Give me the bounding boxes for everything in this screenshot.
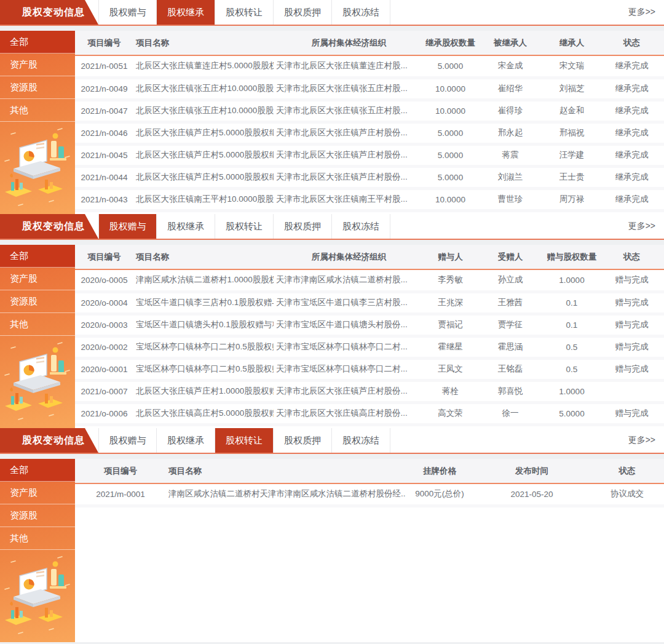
tab-股权质押[interactable]: 股权质押 [274,214,332,239]
records-table-wrap: 项目编号项目名称所属村集体经济组织赠与人受赠人赠与股权数量状态2020/o-00… [75,245,664,428]
tab-股权冻结[interactable]: 股权冻结 [332,214,390,239]
sidebar-item-资源股[interactable]: 资源股 [0,290,75,313]
equity-change-panel-gift: 股权变动信息 股权赠与股权继承股权转让股权质押股权冻结 更多>> 全部资产股资源… [0,214,664,428]
tab-股权继承[interactable]: 股权继承 [157,428,215,453]
cell: 2021/n-0051 [75,55,133,78]
cell: 王雅茜 [476,292,544,314]
cell: 9000元(总价) [406,483,473,506]
tab-股权继承[interactable]: 股权继承 [157,0,215,25]
tab-股权转让[interactable]: 股权转让 [215,214,274,239]
sidebar-item-全部[interactable]: 全部 [0,31,75,54]
sidebar-item-其他[interactable]: 其他 [0,99,75,122]
table-row[interactable]: 2021/o-0007北辰区大张庄镇芦庄村1.0000股股权赠与...天津市北辰… [75,380,664,402]
sidebar-item-资源股[interactable]: 资源股 [0,76,75,99]
table-row[interactable]: 2021/n-0043北辰区大张庄镇南王平村10.0000股股权继...天津市北… [75,188,664,210]
cell: 继承完成 [599,100,664,122]
table-row[interactable]: 2021/n-0045北辰区大张庄镇芦庄村5.0000股股权继承...天津市北辰… [75,144,664,166]
cell: 赠与完成 [599,402,664,424]
cell: 5.0000 [424,166,476,188]
cell: 北辰区大张庄镇芦庄村5.0000股股权继承... [133,166,274,188]
cell: 霍继星 [424,336,476,358]
panel-body: 全部资产股资源股其他 项目编号项目名称所属村集体经济组织赠与人受赠人赠与股权数量… [0,245,664,428]
sidebar-item-资源股[interactable]: 资源股 [0,504,75,527]
tab-股权质押[interactable]: 股权质押 [274,428,332,453]
cell: 1.0000 [544,269,599,292]
table-row[interactable]: 2021/o-0006北辰区大张庄镇高庄村5.0000股股权赠与...天津市北辰… [75,402,664,424]
more-link[interactable]: 更多>> [628,214,664,239]
cell: 5.0000 [424,144,476,166]
column-header-继承股权数量: 继承股权数量 [424,31,476,55]
cell: 邢福祝 [544,122,599,144]
tab-股权冻结[interactable]: 股权冻结 [332,0,390,25]
sidebar-item-全部[interactable]: 全部 [0,245,75,268]
cell: 2021/n-0044 [75,166,133,188]
sidebar-item-资产股[interactable]: 资产股 [0,268,75,290]
cell: 2021/m-0001 [75,483,166,506]
tab-股权质押[interactable]: 股权质押 [274,0,332,25]
cell: 崔得珍 [476,100,544,122]
table-row[interactable]: 2021/n-0049北辰区大张庄镇张五庄村10.0000股股权继...天津市北… [75,78,664,100]
sidebar-item-其他[interactable]: 其他 [0,527,75,550]
tab-股权赠与[interactable]: 股权赠与 [98,214,157,239]
tab-股权赠与[interactable]: 股权赠与 [98,428,157,453]
cell: 宝坻区牛道口镇塘头村0.1股股权赠与项目 [133,314,274,336]
column-header-受赠人: 受赠人 [476,245,544,269]
tab-股权转让[interactable]: 股权转让 [215,428,274,453]
column-header-赠与股权数量: 赠与股权数量 [544,245,599,269]
panel-header: 股权变动信息 股权赠与股权继承股权转让股权质押股权冻结 更多>> [0,428,664,454]
cell: 2020/o-0002 [75,336,133,358]
tab-bar: 股权赠与股权继承股权转让股权质押股权冻结 [98,428,390,453]
cell: 继承完成 [599,55,664,78]
more-link[interactable]: 更多>> [628,0,664,25]
cell: 郭喜悦 [476,380,544,402]
table-row[interactable]: 2020/o-0004宝坻区牛道口镇李三店村0.1股股权赠与项目天津市宝坻区牛道… [75,292,664,314]
table-row[interactable]: 2021/n-0046北辰区大张庄镇芦庄村5.0000股股权继承...天津市北辰… [75,122,664,144]
cell: 天津市北辰区大张庄镇高庄村股份... [274,402,424,424]
sidebar-item-全部[interactable]: 全部 [0,459,75,482]
column-header-挂牌价格: 挂牌价格 [406,459,473,483]
sidebar-item-其他[interactable]: 其他 [0,313,75,336]
table-row[interactable]: 2020/o-0002宝坻区林亭口镇林亭口二村0.5股股权赠与...天津市宝坻区… [75,336,664,358]
cell: 2021/n-0046 [75,122,133,144]
cell: 2021/n-0049 [75,78,133,100]
tab-股权冻结[interactable]: 股权冻结 [332,428,390,453]
equity-change-panel-transfer: 股权变动信息 股权赠与股权继承股权转让股权质押股权冻结 更多>> 全部资产股资源… [0,428,664,642]
column-header-项目编号: 项目编号 [75,459,166,483]
table-row[interactable]: 2021/m-0001津南区咸水沽镇二道桥村天津市津南区咸水沽镇二道桥村股份经.… [75,483,664,506]
cell: 宝坻区林亭口镇林亭口二村0.5股股权赠与... [133,336,274,358]
table-row[interactable]: 2021/n-0044北辰区大张庄镇芦庄村5.0000股股权继承...天津市北辰… [75,166,664,188]
cell: 天津市宝坻区牛道口镇李三店村股... [274,292,424,314]
cell: 津南区咸水沽镇二道桥村天津市津南区咸水沽镇二道桥村股份经... [166,483,406,506]
cell: 北辰区大张庄镇芦庄村1.0000股股权赠与... [133,380,274,402]
cell: 蒋栓 [424,380,476,402]
sidebar-item-资产股[interactable]: 资产股 [0,54,75,76]
cell: 北辰区大张庄镇高庄村5.0000股股权赠与... [133,402,274,424]
table-row[interactable]: 2020/o-0001宝坻区林亭口镇林亭口二村0.5股股权赠与...天津市宝坻区… [75,358,664,380]
table-row[interactable]: 2020/o-0003宝坻区牛道口镇塘头村0.1股股权赠与项目天津市宝坻区牛道口… [75,314,664,336]
cell: 宝坻区牛道口镇李三店村0.1股股权赠与项目 [133,292,274,314]
cell: 天津市宝坻区林亭口镇林亭口二村... [274,336,424,358]
equity-change-panel-inheritance: 股权变动信息 股权赠与股权继承股权转让股权质押股权冻结 更多>> 全部资产股资源… [0,0,664,214]
panel-body: 全部资产股资源股其他 项目编号项目名称所属村集体经济组织继承股权数量被继承人继承… [0,31,664,214]
tab-股权转让[interactable]: 股权转让 [215,0,274,25]
cell: 2021/o-0007 [75,380,133,402]
tab-股权赠与[interactable]: 股权赠与 [98,0,157,25]
cell: 刘淑兰 [476,166,544,188]
laptop-analytics-illustration [1,125,74,214]
section-title-ribbon: 股权变动信息 [0,428,98,453]
panel-header: 股权变动信息 股权赠与股权继承股权转让股权质押股权冻结 更多>> [0,214,664,240]
cell: 王铭磊 [476,358,544,380]
more-link[interactable]: 更多>> [628,428,664,453]
sidebar-item-资产股[interactable]: 资产股 [0,482,75,504]
column-header-所属村集体经济组织: 所属村集体经济组织 [274,31,424,55]
cell: 天津市北辰区大张庄镇南王平村股... [274,188,424,210]
cell: 贾福记 [424,314,476,336]
table-row[interactable]: 2020/o-0005津南区咸水沽镇二道桥村1.0000股股权赠...天津市津南… [75,269,664,292]
cell: 赠与完成 [599,292,664,314]
tab-股权继承[interactable]: 股权继承 [157,214,215,239]
table-row[interactable]: 2021/n-0047北辰区大张庄镇张五庄村10.0000股股权继...天津市北… [75,100,664,122]
column-header-项目名称: 项目名称 [133,31,274,55]
cell: 赠与完成 [599,269,664,292]
cell: 2020/o-0005 [75,269,133,292]
table-row[interactable]: 2021/n-0051北辰区大张庄镇董连庄村5.0000股股权继...天津市北辰… [75,55,664,78]
